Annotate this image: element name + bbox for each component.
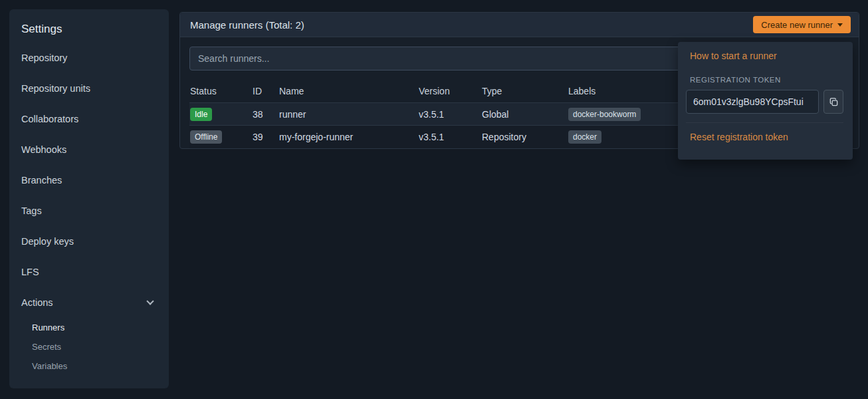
sidebar-subitem-secrets[interactable]: Secrets (21, 337, 157, 356)
status-badge: Offline (190, 130, 222, 144)
runner-id-cell: 39 (253, 132, 279, 142)
runner-label-badge: docker (568, 130, 601, 144)
copy-token-button[interactable] (823, 90, 843, 114)
registration-token-label: REGISTRATION TOKEN (690, 76, 843, 84)
page-title: Manage runners (Total: 2) (190, 19, 304, 31)
column-header-id: ID (253, 86, 279, 96)
sidebar-title: Settings (21, 17, 157, 43)
sidebar-item-label: Branches (21, 173, 62, 188)
sidebar-item-webhooks[interactable]: Webhooks (21, 134, 157, 165)
runner-version-cell: v3.5.1 (419, 109, 482, 120)
panel-header: Manage runners (Total: 2) Create new run… (180, 13, 859, 37)
runner-version-cell: v3.5.1 (419, 132, 482, 142)
column-header-type: Type (482, 86, 568, 96)
runner-id-cell: 38 (253, 109, 279, 120)
sidebar-item-repository-units[interactable]: Repository units (21, 73, 157, 104)
sidebar-item-label: Actions (21, 295, 53, 310)
settings-sidebar: Settings RepositoryRepository unitsColla… (9, 9, 169, 388)
runner-type-cell: Global (482, 109, 568, 120)
sidebar-item-label: Repository (21, 51, 67, 65)
sidebar-item-deploy-keys[interactable]: Deploy keys (21, 226, 157, 257)
sidebar-item-label: LFS (21, 265, 39, 279)
sidebar-item-branches[interactable]: Branches (21, 165, 157, 196)
copy-icon (829, 97, 839, 107)
chevron-down-icon (837, 23, 843, 27)
column-header-status: Status (190, 86, 253, 96)
status-cell: Idle (190, 108, 253, 121)
runner-name-cell: my-forgejo-runner (279, 132, 419, 142)
status-cell: Offline (190, 130, 253, 144)
sidebar-item-lfs[interactable]: LFS (21, 257, 157, 287)
sidebar-nav: RepositoryRepository unitsCollaboratorsW… (21, 43, 157, 376)
runner-type-cell: Repository (482, 132, 568, 142)
create-new-runner-label: Create new runner (761, 20, 833, 30)
chevron-down-icon (146, 297, 154, 305)
sidebar-item-label: Repository units (21, 81, 90, 96)
column-header-version: Version (419, 86, 482, 96)
sidebar-item-label: Collaborators (21, 112, 78, 126)
sidebar-subitem-runners[interactable]: Runners (21, 318, 157, 337)
panel-divider (686, 122, 843, 123)
token-row (686, 90, 843, 114)
sidebar-subitem-variables[interactable]: Variables (21, 356, 157, 376)
create-new-runner-button[interactable]: Create new runner (753, 16, 851, 33)
sidebar-item-label: Deploy keys (21, 234, 74, 249)
sidebar-item-actions[interactable]: Actions (21, 287, 157, 318)
reset-registration-token-link[interactable]: Reset registration token (686, 132, 788, 142)
how-to-start-runner-link[interactable]: How to start a runner (686, 51, 777, 61)
runner-dropdown-panel: How to start a runner REGISTRATION TOKEN… (678, 42, 853, 160)
column-header-name: Name (279, 86, 419, 96)
sidebar-item-tags[interactable]: Tags (21, 196, 157, 226)
registration-token-input[interactable] (686, 90, 819, 114)
sidebar-item-label: Tags (21, 203, 42, 218)
runner-label-badge: docker-bookworm (568, 108, 641, 121)
status-badge: Idle (190, 108, 212, 121)
sidebar-item-collaborators[interactable]: Collaborators (21, 104, 157, 134)
runner-name-cell: runner (279, 109, 419, 120)
sidebar-item-repository[interactable]: Repository (21, 43, 157, 73)
sidebar-item-label: Webhooks (21, 142, 66, 157)
